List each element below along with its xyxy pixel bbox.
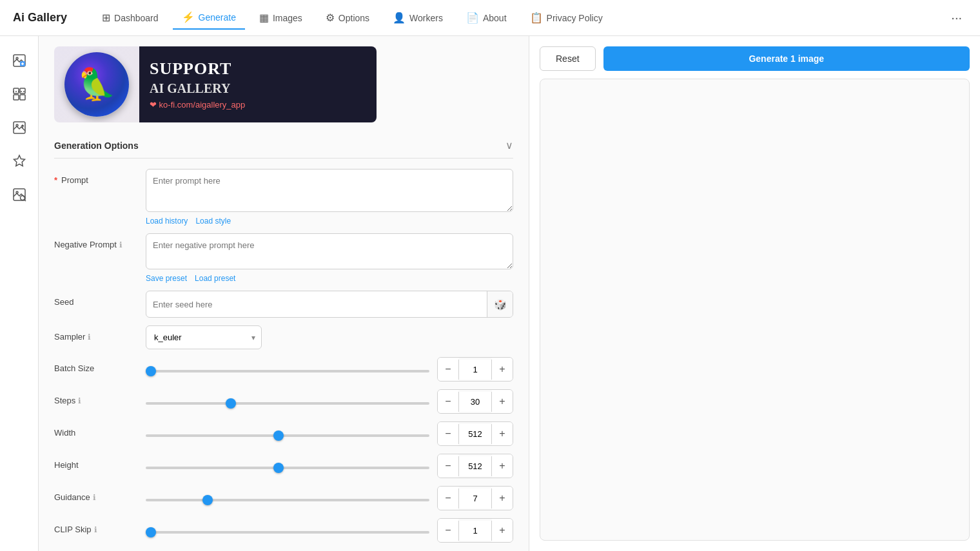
clip-skip-control-area: − + [146,518,513,543]
left-panel: 🦜 SUPPORT AI GALLERY ❤ ko-fi.com/aigalle… [39,36,529,551]
nav-options-label: Options [338,13,369,23]
banner-bird-image: 🦜 [64,52,129,117]
height-row: Height − + [54,454,513,478]
batch-size-value[interactable] [458,360,492,380]
width-slider[interactable] [146,434,429,437]
seed-row: Seed 🎲 [54,291,513,318]
clip-skip-increment[interactable]: + [492,519,513,542]
sampler-select-wrap: k_euler k_euler_a k_lms k_heun k_dpm_2 k… [146,325,262,349]
options-nav-icon: ⚙ [326,12,335,24]
generation-options-header[interactable]: Generation Options ∨ [54,133,513,159]
width-increment[interactable]: + [492,422,513,445]
steps-control-area: − + [146,389,513,414]
svg-rect-5 [14,95,19,100]
steps-info-icon[interactable]: ℹ [78,396,81,405]
clip-skip-decrement[interactable]: − [438,519,458,542]
banner-title: SUPPORT [150,59,366,79]
guidance-increment[interactable]: + [492,487,513,510]
steps-row: Steps ℹ − + [54,389,513,414]
support-banner[interactable]: 🦜 SUPPORT AI GALLERY ❤ ko-fi.com/aigalle… [54,46,377,122]
guidance-value[interactable] [458,488,492,508]
clip-skip-row: CLIP Skip ℹ − + [54,518,513,543]
privacy-nav-icon: 📋 [530,12,543,24]
height-value[interactable] [458,456,492,476]
steps-slider[interactable] [146,402,429,405]
more-menu-button[interactable]: ··· [946,5,967,30]
sidebar-upload[interactable] [5,113,34,142]
dashboard-icon: ⊞ [102,12,110,24]
nav-options[interactable]: ⚙ Options [317,6,378,29]
steps-increment[interactable]: + [492,390,513,413]
svg-point-1 [16,57,18,59]
clip-skip-value[interactable] [458,521,492,541]
generate-nav-icon: ⚡ [182,11,195,23]
main-content: 🦜 SUPPORT AI GALLERY ❤ ko-fi.com/aigalle… [39,36,980,551]
batch-size-slider[interactable] [146,370,429,372]
steps-label: Steps ℹ [54,389,138,405]
sampler-select[interactable]: k_euler k_euler_a k_lms k_heun k_dpm_2 k… [146,325,262,349]
svg-rect-6 [20,95,25,100]
nav-dashboard[interactable]: ⊞ Dashboard [93,6,168,29]
sampler-info-icon[interactable]: ℹ [88,333,91,342]
nav-images-label: Images [273,13,302,23]
seed-input[interactable] [146,293,487,316]
guidance-decrement[interactable]: − [438,487,458,510]
prompt-control-area: Load history Load style [146,169,513,226]
topnav: Ai Gallery ⊞ Dashboard ⚡ Generate ▦ Imag… [0,0,980,36]
seed-dice-button[interactable]: 🎲 [487,291,513,317]
svg-point-11 [16,191,18,193]
clip-skip-slider[interactable] [146,531,429,534]
width-row: Width − + [54,421,513,446]
nav-images[interactable]: ▦ Images [250,6,311,29]
width-value[interactable] [458,424,492,444]
nav-generate-label: Generate [199,12,236,23]
steps-decrement[interactable]: − [438,390,458,413]
batch-size-row: Batch Size − + [54,357,513,382]
nav-workers[interactable]: 👤 Workers [384,6,452,29]
save-preset-button[interactable]: Save preset [146,274,187,283]
generate-button[interactable]: Generate 1 image [603,46,970,71]
nav-generate[interactable]: ⚡ Generate [173,6,245,30]
width-label: Width [54,421,138,438]
sidebar-favorites[interactable] [5,147,34,175]
guidance-control-area: − + [146,486,513,510]
batch-size-increment[interactable]: + [492,358,513,381]
width-decrement[interactable]: − [438,422,458,445]
height-slider[interactable] [146,467,429,469]
right-panel: Reset Generate 1 image [529,36,980,551]
negative-prompt-info-icon[interactable]: ℹ [119,240,122,249]
clip-skip-info-icon[interactable]: ℹ [94,525,97,534]
height-stepper: − + [437,454,513,478]
sidebar-gallery[interactable] [5,80,34,108]
svg-point-12 [20,196,24,200]
sidebar-generate-image[interactable] [5,46,34,75]
sidebar [0,36,39,551]
negative-prompt-control-area: Save preset Load preset [146,233,513,283]
width-control-area: − + [146,421,513,446]
load-style-button[interactable]: Load style [195,217,231,226]
right-header: Reset Generate 1 image [540,46,970,71]
load-history-button[interactable]: Load history [146,217,188,226]
steps-value[interactable] [458,392,492,412]
height-decrement[interactable]: − [438,454,458,478]
guidance-slider[interactable] [146,499,429,501]
canvas-area [540,79,970,541]
prompt-required: * [54,175,57,185]
nav-about[interactable]: 📄 About [457,6,516,29]
load-preset-button[interactable]: Load preset [195,274,235,283]
height-control-area: − + [146,454,513,478]
height-increment[interactable]: + [492,454,513,478]
about-nav-icon: 📄 [466,12,479,24]
batch-size-decrement[interactable]: − [438,358,458,381]
seed-label: Seed [54,291,138,307]
negative-prompt-input[interactable] [146,233,513,269]
banner-link[interactable]: ❤ ko-fi.com/aigallery_app [150,100,366,110]
reset-button[interactable]: Reset [540,46,596,71]
nav-privacy[interactable]: 📋 Privacy Policy [521,6,612,29]
svg-point-9 [16,124,18,126]
prompt-input[interactable] [146,169,513,212]
steps-stepper: − + [437,389,513,414]
sidebar-search-image[interactable] [5,180,34,209]
section-title: Generation Options [54,140,139,151]
guidance-info-icon[interactable]: ℹ [93,493,96,502]
